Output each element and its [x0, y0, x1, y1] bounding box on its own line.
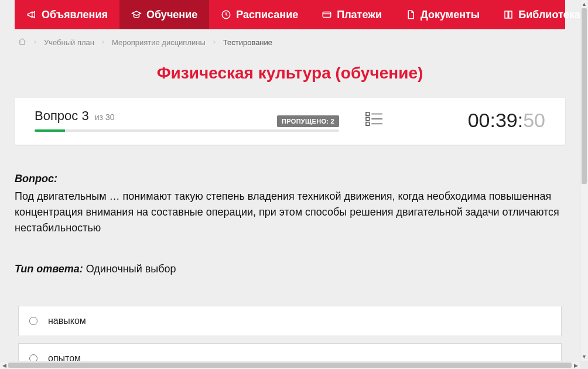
horizontal-scrollbar[interactable]: ◀ ▶	[0, 361, 588, 369]
scrollbar-corner	[580, 361, 588, 369]
vertical-scrollbar[interactable]: ▲ ▼	[580, 0, 588, 361]
timer: 00:39:50	[409, 109, 545, 132]
vertical-scroll-thumb[interactable]	[582, 8, 587, 184]
breadcrumb-link-plan[interactable]: Учебный план	[44, 38, 94, 47]
answer-type-label: Тип ответа:	[15, 263, 83, 275]
answer-radio[interactable]	[29, 317, 37, 325]
chevron-right-icon	[211, 38, 217, 47]
question-prefix: Вопрос	[35, 108, 78, 123]
answer-option[interactable]: опытом	[18, 343, 562, 361]
question-list-icon[interactable]	[365, 111, 383, 129]
nav-schedule[interactable]: Расписание	[209, 0, 310, 29]
breadcrumb-current: Тестирование	[223, 38, 272, 47]
card-icon	[322, 9, 332, 20]
scroll-right-arrow[interactable]: ▶	[572, 361, 580, 369]
question-body: Вопрос: Под двигательным … понимают таку…	[15, 173, 565, 275]
question-text: Под двигательным … понимают такую степен…	[15, 189, 565, 236]
svg-rect-4	[366, 122, 370, 126]
answer-radio[interactable]	[29, 354, 37, 361]
svg-rect-1	[323, 12, 331, 18]
timer-seconds: 50	[523, 109, 545, 131]
breadcrumb: Учебный план Мероприятие дисциплины Тест…	[15, 29, 565, 53]
answer-label: навыком	[48, 316, 86, 326]
scroll-down-arrow[interactable]: ▼	[580, 353, 588, 361]
document-icon	[405, 9, 416, 20]
answer-type: Тип ответа: Одиночный выбор	[15, 263, 565, 275]
chevron-right-icon	[100, 38, 106, 47]
home-icon[interactable]	[18, 37, 26, 47]
horizontal-scroll-thumb[interactable]	[8, 363, 572, 368]
question-of-prefix: из	[95, 112, 103, 122]
svg-rect-2	[366, 112, 370, 116]
answer-option[interactable]: навыком	[18, 306, 562, 336]
scroll-up-arrow[interactable]: ▲	[580, 0, 588, 8]
test-status-card: Вопрос 3 из 30 ПРОПУЩЕНО: 2	[15, 98, 565, 145]
nav-label: Платежи	[337, 9, 382, 21]
progress-bar: ПРОПУЩЕНО: 2	[35, 129, 339, 132]
book-icon	[503, 9, 514, 20]
svg-rect-3	[366, 117, 370, 121]
breadcrumb-link-event[interactable]: Мероприятие дисциплины	[112, 38, 206, 47]
megaphone-icon	[26, 9, 37, 20]
nav-label: Объявления	[42, 9, 108, 21]
nav-label: Расписание	[236, 9, 298, 21]
progress-bar-fill	[35, 129, 65, 132]
nav-education[interactable]: Обучение	[119, 0, 209, 29]
question-total: 30	[105, 112, 115, 122]
scroll-left-arrow[interactable]: ◀	[0, 361, 8, 369]
question-label: Вопрос:	[15, 173, 57, 184]
top-nav: Объявления Обучение Расписание	[15, 0, 565, 29]
nav-label: Обучение	[146, 9, 197, 21]
chevron-right-icon	[32, 38, 38, 47]
answer-list: навыком опытом	[15, 306, 565, 361]
skipped-badge: ПРОПУЩЕНО: 2	[277, 115, 339, 127]
nav-announcements[interactable]: Объявления	[15, 0, 119, 29]
page-title: Физическая культура (обучение)	[15, 64, 565, 83]
graduation-cap-icon	[131, 9, 142, 20]
question-number: 3	[81, 108, 88, 123]
answer-label: опытом	[48, 353, 81, 361]
answer-type-value: Одиночный выбор	[86, 263, 176, 275]
nav-documents[interactable]: Документы	[394, 0, 491, 29]
nav-label: Библиотека	[518, 9, 580, 21]
nav-label: Документы	[421, 9, 480, 21]
timer-main: 00:39:	[468, 109, 524, 131]
nav-payments[interactable]: Платежи	[310, 0, 394, 29]
nav-library[interactable]: Библиотека	[491, 0, 580, 29]
clock-icon	[221, 9, 231, 20]
